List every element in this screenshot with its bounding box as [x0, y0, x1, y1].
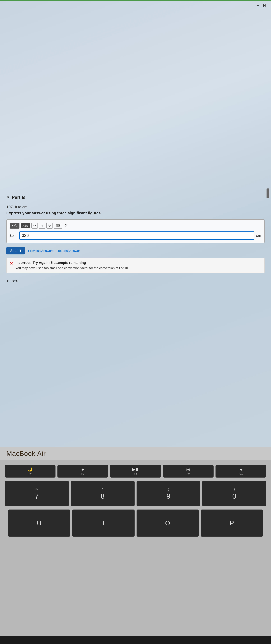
num-key-row: & 7 * 8 ( 9 ) 0 — [3, 481, 268, 506]
keyboard-area: 🌙 F6 ⏮ F7 ▶⏸ F8 ⏭ F9 ◄ F10 & 7 * 8 — [0, 460, 271, 636]
part-b-section: ▼ Part B — [6, 195, 265, 200]
f10-label: F10 — [239, 472, 243, 475]
key-p[interactable]: P — [201, 510, 263, 537]
answer-input[interactable] — [19, 232, 254, 240]
key-o-label: O — [165, 520, 170, 527]
error-message: You may have used too small of a convers… — [15, 266, 129, 270]
key-0[interactable]: ) 0 — [202, 481, 266, 506]
key-i[interactable]: I — [72, 510, 135, 537]
f7-label: F7 — [81, 472, 84, 475]
scrollbar[interactable] — [267, 188, 270, 198]
f6-label: F6 — [29, 472, 32, 475]
fn-key-f10[interactable]: ◄ F10 — [216, 465, 266, 478]
greeting: Hi, N — [256, 3, 266, 8]
part-c-collapse-arrow[interactable]: ▼ — [6, 280, 9, 282]
help-icon[interactable]: ? — [65, 224, 67, 228]
fn-key-f8[interactable]: ▶⏸ F8 — [110, 465, 161, 478]
part-c-section: ▼ Part C — [6, 280, 265, 282]
key-u[interactable]: U — [8, 510, 70, 537]
key-o[interactable]: O — [137, 510, 199, 537]
key-p-label: P — [230, 520, 234, 527]
key-7-main: 7 — [35, 492, 39, 500]
symbol-text: ΑΣφ — [23, 224, 28, 228]
submit-row: Submit Previous Answers Request Answer — [6, 247, 265, 254]
part-b-label: Part B — [12, 195, 25, 200]
macbook-label: MacBook Air — [6, 450, 46, 458]
answer-box: ■ √α ΑΣφ ↩ ↪ ↻ ⌨ ? L₂ = cm — [6, 219, 265, 243]
previous-answers-link[interactable]: Previous Answers — [28, 249, 53, 253]
formula-button[interactable]: ■ √α — [10, 223, 19, 228]
f6-icon: 🌙 — [28, 467, 32, 472]
refresh-button[interactable]: ↻ — [46, 223, 53, 228]
fn-key-f6[interactable]: 🌙 F6 — [5, 465, 55, 478]
f8-icon: ▶⏸ — [132, 467, 139, 472]
formula-toolbar: ■ √α ΑΣφ ↩ ↪ ↻ ⌨ ? — [10, 223, 261, 228]
key-9[interactable]: ( 9 — [137, 481, 201, 506]
key-7-top: & — [35, 487, 38, 491]
key-7[interactable]: & 7 — [5, 481, 69, 506]
error-icon: ✕ — [10, 261, 13, 266]
f10-icon: ◄ — [239, 467, 243, 472]
f7-icon: ⏮ — [81, 467, 85, 472]
macbook-bezel: MacBook Air — [0, 447, 271, 460]
formula-icon: ■ — [12, 224, 13, 227]
key-0-main: 0 — [232, 492, 236, 500]
screen: Hi, N ▼ Part B 107. ft to cm Express you… — [0, 0, 271, 447]
formula-sqrt-icon: √α — [14, 224, 18, 228]
fn-key-f7[interactable]: ⏮ F7 — [57, 465, 108, 478]
question-instruction: Express your answer using three signific… — [6, 211, 265, 215]
main-content: ▼ Part B 107. ft to cm Express your answ… — [6, 195, 265, 282]
key-8-top: * — [102, 487, 103, 491]
part-b-collapse-arrow[interactable]: ▼ — [6, 195, 10, 200]
f8-label: F8 — [134, 472, 137, 475]
key-9-top: ( — [168, 487, 169, 491]
error-box: ✕ Incorrect; Try Again; 5 attempts remai… — [6, 258, 265, 273]
math-input-row: L₂ = cm — [10, 232, 261, 240]
fn-key-row: 🌙 F6 ⏮ F7 ▶⏸ F8 ⏭ F9 ◄ F10 — [3, 465, 268, 478]
undo-button[interactable]: ↩ — [31, 223, 38, 228]
f9-label: F9 — [187, 472, 190, 475]
letter-key-row: U I O P — [3, 510, 268, 537]
submit-button[interactable]: Submit — [6, 247, 25, 254]
key-i-label: I — [103, 520, 104, 527]
request-answer-link[interactable]: Request Answer — [57, 249, 80, 253]
key-0-top: ) — [234, 487, 235, 491]
part-c-label: Part C — [11, 280, 18, 282]
error-title: Incorrect; Try Again; 5 attempts remaini… — [15, 261, 129, 265]
error-content: Incorrect; Try Again; 5 attempts remaini… — [15, 261, 129, 270]
fn-key-f9[interactable]: ⏭ F9 — [163, 465, 214, 478]
redo-button[interactable]: ↪ — [39, 223, 45, 228]
question-number: 107. ft to cm — [6, 205, 265, 209]
key-8-main: 8 — [101, 492, 104, 500]
math-label: L₂ = — [10, 233, 17, 238]
key-u-label: U — [37, 520, 41, 527]
unit-label: cm — [256, 233, 261, 238]
key-8[interactable]: * 8 — [71, 481, 135, 506]
f9-icon: ⏭ — [186, 467, 190, 472]
keyboard-button[interactable]: ⌨ — [54, 223, 62, 228]
key-9-main: 9 — [167, 492, 170, 500]
symbol-button[interactable]: ΑΣφ — [21, 223, 30, 228]
green-bar — [0, 0, 271, 1]
